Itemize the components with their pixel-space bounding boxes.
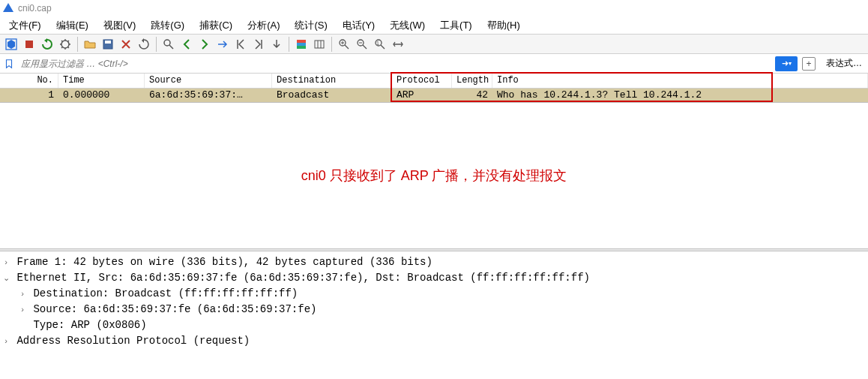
restart-capture-button[interactable] [39,36,55,53]
tree-node-eth-type[interactable]: Type: ARP (0x0806) [1,317,867,333]
toolbar-divider [77,37,78,52]
menu-go[interactable]: 跳转(G) [145,17,190,35]
go-last-button[interactable] [250,36,267,53]
close-file-button[interactable] [118,36,134,53]
arrow-right-icon: ➜ [782,59,789,68]
resize-all-columns-button[interactable] [390,36,406,53]
cell-protocol: ARP [392,89,452,102]
menu-capture[interactable]: 捕获(C) [193,17,238,35]
expression-link[interactable]: 表达式… [820,57,868,70]
cell-length: 42 [452,89,492,102]
go-next-button[interactable] [196,36,213,53]
save-file-button[interactable] [100,36,116,53]
column-header-no[interactable]: No. [0,74,58,88]
svg-line-14 [345,45,349,49]
capture-options-button[interactable] [57,36,73,53]
menu-bar: 文件(F) 编辑(E) 视图(V) 跳转(G) 捕获(C) 分析(A) 统计(S… [0,17,868,35]
cell-no: 1 [0,89,58,102]
toolbar-divider [289,37,289,52]
column-header-protocol[interactable]: Protocol [392,74,452,88]
cell-source: 6a:6d:35:69:37:… [145,89,272,102]
zoom-reset-button[interactable]: 1 [372,36,388,53]
column-header-time[interactable]: Time [58,74,145,88]
add-filter-button[interactable]: + [802,57,816,71]
expand-icon[interactable]: › [18,287,27,300]
window-title: cni0.cap [18,3,52,14]
display-filter-input[interactable] [16,56,774,71]
tree-node-eth-src[interactable]: › Source: 6a:6d:35:69:37:fe (6a:6d:35:69… [1,302,867,317]
collapse-icon[interactable]: ⌄ [1,272,10,284]
resize-columns-button[interactable] [311,36,328,53]
packet-list-header: No. Time Source Destination Protocol Len… [0,74,868,89]
svg-line-18 [363,45,367,49]
tree-label: Frame 1: 42 bytes on wire (336 bits), 42… [16,256,433,268]
annotation-text: cni0 只接收到了 ARP 广播，并没有处理报文 [301,167,567,185]
packet-list-empty-area: cni0 只接收到了 ARP 广播，并没有处理报文 [0,103,868,248]
tree-label: Source: 6a:6d:35:69:37:fe (6a:6d:35:69:3… [33,303,316,315]
column-header-info[interactable]: Info [492,74,868,88]
column-header-length[interactable]: Length [452,74,492,88]
blank-toggle [18,319,27,332]
tree-node-frame[interactable]: › Frame 1: 42 bytes on wire (336 bits), … [1,254,867,270]
tree-label: Address Resolution Protocol (request) [16,335,250,347]
svg-rect-9 [297,46,306,49]
svg-point-5 [164,40,170,46]
tree-label: Type: ARP (0x0806) [33,319,146,331]
menu-file[interactable]: 文件(F) [3,17,47,35]
apply-filter-button[interactable]: ➜ ▾ [775,56,798,71]
menu-view[interactable]: 视图(V) [97,17,142,35]
colorize-button[interactable] [293,36,310,53]
column-header-destination[interactable]: Destination [272,74,392,88]
menu-statistics[interactable]: 统计(S) [289,17,333,35]
start-capture-button[interactable] [3,36,19,53]
app-icon [3,3,13,14]
tree-node-eth-dst[interactable]: › Destination: Broadcast (ff:ff:ff:ff:ff… [1,286,867,302]
packet-row[interactable]: 1 0.000000 6a:6d:35:69:37:… Broadcast AR… [0,89,868,102]
packet-details-pane[interactable]: › Frame 1: 42 bytes on wire (336 bits), … [0,251,868,379]
find-packet-button[interactable] [160,36,177,53]
zoom-in-button[interactable] [336,36,352,53]
menu-edit[interactable]: 编辑(E) [50,17,94,35]
go-to-packet-button[interactable] [214,36,231,53]
expand-icon[interactable]: › [1,335,10,347]
menu-telephony[interactable]: 电话(Y) [337,17,381,35]
svg-rect-1 [25,41,33,48]
open-file-button[interactable] [82,36,98,53]
menu-tools[interactable]: 工具(T) [434,17,478,35]
menu-analyze[interactable]: 分析(A) [241,17,286,35]
svg-line-21 [381,45,385,49]
zoom-out-button[interactable] [354,36,370,53]
svg-rect-10 [315,41,324,48]
toolbar-divider [156,37,157,52]
toolbar-divider [331,37,332,52]
svg-line-6 [169,45,173,49]
menu-wireless[interactable]: 无线(W) [384,17,431,35]
main-toolbar: 1 [0,35,868,54]
tree-label: Destination: Broadcast (ff:ff:ff:ff:ff:f… [33,287,298,299]
tree-node-ethernet[interactable]: ⌄ Ethernet II, Src: 6a:6d:35:69:37:fe (6… [1,270,867,286]
bookmark-icon[interactable] [3,58,15,70]
svg-rect-4 [105,41,111,44]
cell-info: Who has 10.244.1.3? Tell 10.244.1.2 [492,89,868,102]
chevron-down-icon: ▾ [789,60,792,67]
reload-file-button[interactable] [136,36,152,53]
auto-scroll-button[interactable] [268,36,285,53]
column-header-source[interactable]: Source [145,74,272,88]
title-bar: cni0.cap [0,0,868,17]
svg-rect-7 [297,40,306,43]
svg-text:1: 1 [376,41,379,46]
tree-node-arp[interactable]: › Address Resolution Protocol (request) [1,333,867,349]
cell-destination: Broadcast [272,89,392,102]
cell-time: 0.000000 [58,89,145,102]
expand-icon[interactable]: › [18,303,27,316]
expand-icon[interactable]: › [1,256,10,269]
tree-label: Ethernet II, Src: 6a:6d:35:69:37:fe (6a:… [16,272,590,284]
svg-rect-8 [297,43,306,46]
go-first-button[interactable] [232,36,249,53]
stop-capture-button[interactable] [21,36,37,53]
menu-help[interactable]: 帮助(H) [481,17,526,35]
display-filter-bar: ➜ ▾ + 表达式… [0,54,868,74]
packet-list-pane: No. Time Source Destination Protocol Len… [0,74,868,103]
go-previous-button[interactable] [178,36,195,53]
